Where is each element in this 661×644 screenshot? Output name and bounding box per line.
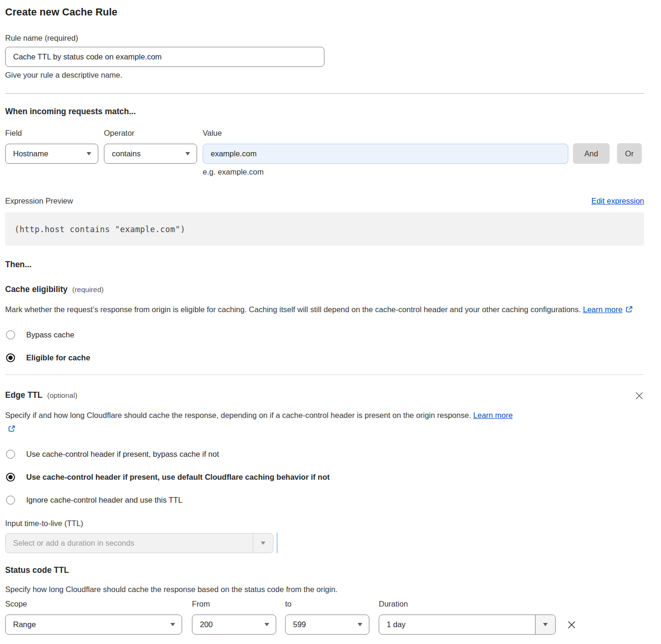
edge-ttl-description-text: Specify if and how long Cloudflare shoul… xyxy=(5,411,471,419)
chevron-down-icon xyxy=(535,615,555,634)
status-code-ttl-description: Specify how long Cloudflare should cache… xyxy=(5,585,644,594)
or-button[interactable]: Or xyxy=(617,143,642,164)
operator-select[interactable]: contains xyxy=(104,144,197,164)
expression-preview-row: Expression Preview Edit expression xyxy=(5,197,644,205)
edge-ttl-description: Specify if and how long Cloudflare shoul… xyxy=(5,409,522,436)
expression-code: (http.host contains "example.com") xyxy=(15,225,185,234)
operator-label: Operator xyxy=(104,129,197,138)
duration-select-value: 1 day xyxy=(379,620,405,629)
from-label: From xyxy=(192,600,276,608)
cache-eligibility-description: Mark whether the request’s response from… xyxy=(5,303,644,316)
radio-option-label: Eligible for cache xyxy=(26,353,90,362)
edge-ttl-heading-row: Edge TTL (optional) xyxy=(5,390,644,400)
radio-unselected-icon[interactable] xyxy=(6,450,15,459)
cache-eligibility-heading-row: Cache eligibility (required) xyxy=(5,285,644,294)
status-code-ttl-heading: Status code TTL xyxy=(5,565,644,575)
create-cache-rule-form: Create new Cache Rule Rule name (require… xyxy=(0,0,661,644)
ttl-select-row: Select or add a duration in seconds xyxy=(5,533,644,553)
to-select-value: 599 xyxy=(293,620,306,629)
cache-eligibility-heading: Cache eligibility xyxy=(5,285,67,294)
match-row: Field Hostname Operator contains Value A… xyxy=(5,129,644,164)
scope-label: Scope xyxy=(5,600,182,608)
to-label: to xyxy=(285,600,369,608)
radio-option-bypass-cache[interactable]: Bypass cache xyxy=(5,330,644,339)
field-label: Field xyxy=(5,129,98,138)
optional-tag: (optional) xyxy=(47,391,78,400)
radio-unselected-icon[interactable] xyxy=(6,496,15,505)
text-cursor xyxy=(277,533,278,553)
field-column: Field Hostname xyxy=(5,129,98,164)
to-select[interactable]: 599 xyxy=(285,615,369,635)
field-select-value: Hostname xyxy=(13,149,48,158)
value-input[interactable] xyxy=(203,144,568,164)
radio-option-use-header-default[interactable]: Use cache-control header if present, use… xyxy=(5,473,644,482)
status-code-ttl-row: Scope Range From 200 to 599 xyxy=(5,600,644,635)
chevron-down-icon xyxy=(253,534,273,553)
scope-column: Scope Range xyxy=(5,600,182,635)
scope-select[interactable]: Range xyxy=(5,615,182,635)
from-column: From 200 xyxy=(192,600,276,635)
cache-eligibility-section: Cache eligibility (required) Mark whethe… xyxy=(5,285,644,362)
duration-select[interactable]: 1 day xyxy=(379,615,556,635)
radio-selected-icon[interactable] xyxy=(6,473,15,482)
radio-option-label: Ignore cache-control header and use this… xyxy=(26,496,183,505)
rule-name-help: Give your rule a descriptive name. xyxy=(5,71,644,80)
operator-select-value: contains xyxy=(112,149,140,158)
cache-eligibility-description-text: Mark whether the request’s response from… xyxy=(5,305,581,314)
page-title: Create new Cache Rule xyxy=(5,7,644,18)
radio-option-label: Use cache-control header if present, use… xyxy=(26,473,330,482)
then-heading: Then... xyxy=(5,260,644,270)
section-divider xyxy=(5,374,644,375)
external-link-icon xyxy=(8,423,15,437)
radio-option-use-header-bypass[interactable]: Use cache-control header if present, byp… xyxy=(5,450,644,459)
operator-column: Operator contains xyxy=(104,129,197,164)
edge-ttl-section: Edge TTL (optional) Specify if and how l… xyxy=(5,390,644,635)
rule-name-label: Rule name (required) xyxy=(5,34,644,43)
edit-expression-link[interactable]: Edit expression xyxy=(591,197,644,205)
chevron-down-icon xyxy=(87,152,91,155)
ttl-duration-placeholder: Select or add a duration in seconds xyxy=(6,539,134,548)
expression-preview-label: Expression Preview xyxy=(5,197,73,205)
duration-column: Duration 1 day xyxy=(379,600,556,635)
section-divider xyxy=(5,93,644,94)
scope-select-value: Range xyxy=(13,620,36,629)
rule-name-block: Rule name (required) Give your rule a de… xyxy=(5,34,644,80)
close-icon[interactable] xyxy=(635,391,644,400)
value-column: Value xyxy=(203,129,568,164)
value-label: Value xyxy=(203,129,568,138)
learn-more-link[interactable]: Learn more xyxy=(473,411,513,419)
to-column: to 599 xyxy=(285,600,369,635)
duration-label: Duration xyxy=(379,600,556,608)
radio-option-eligible-for-cache[interactable]: Eligible for cache xyxy=(5,353,644,362)
rule-name-input[interactable] xyxy=(5,47,324,67)
required-tag: (required) xyxy=(72,285,103,294)
value-example-hint: e.g. example.com xyxy=(203,168,644,176)
match-heading: When incoming requests match... xyxy=(5,107,644,117)
chevron-down-icon xyxy=(264,623,269,626)
from-select-value: 200 xyxy=(200,620,213,629)
and-button[interactable]: And xyxy=(573,143,610,164)
chevron-down-icon xyxy=(358,623,362,626)
delete-row-icon[interactable] xyxy=(566,620,577,630)
edge-ttl-heading: Edge TTL xyxy=(5,390,43,400)
ttl-input-block: Input time-to-live (TTL) Select or add a… xyxy=(5,519,644,553)
expression-preview-box: (http.host contains "example.com") xyxy=(5,212,644,246)
radio-option-label: Bypass cache xyxy=(26,330,74,339)
radio-selected-icon[interactable] xyxy=(6,353,15,362)
from-select[interactable]: 200 xyxy=(192,615,276,635)
external-link-icon xyxy=(625,304,633,317)
learn-more-link[interactable]: Learn more xyxy=(583,305,622,314)
field-select[interactable]: Hostname xyxy=(5,144,98,164)
radio-option-label: Use cache-control header if present, byp… xyxy=(26,450,219,459)
ttl-input-label: Input time-to-live (TTL) xyxy=(5,519,644,528)
radio-option-ignore-header[interactable]: Ignore cache-control header and use this… xyxy=(5,496,644,505)
chevron-down-icon xyxy=(185,152,190,155)
radio-unselected-icon[interactable] xyxy=(6,330,15,339)
ttl-duration-select: Select or add a duration in seconds xyxy=(5,533,273,553)
chevron-down-icon xyxy=(170,623,175,626)
